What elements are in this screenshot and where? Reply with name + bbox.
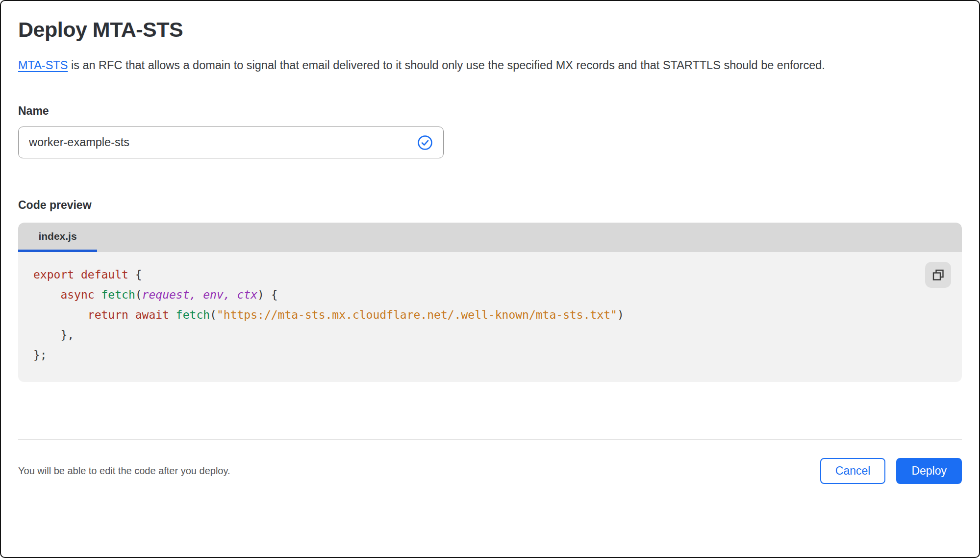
footer: You will be able to edit the code after … [18, 440, 962, 502]
footer-note: You will be able to edit the code after … [18, 465, 230, 477]
name-input-wrap [18, 127, 444, 158]
name-input[interactable] [18, 127, 444, 158]
tab-index-js[interactable]: index.js [18, 223, 97, 252]
code-tabbar: index.js [18, 223, 962, 252]
code-lines: export default { async fetch(request, en… [33, 265, 923, 365]
copy-icon [932, 269, 945, 281]
code-line: async fetch(request, env, ctx) { [33, 285, 923, 305]
cancel-button[interactable]: Cancel [820, 458, 886, 484]
code-line: }, [33, 325, 923, 345]
code-line: export default { [33, 265, 923, 285]
code-preview-label: Code preview [18, 199, 962, 212]
deploy-mta-sts-page: Deploy MTA-STS MTA-STS is an RFC that al… [0, 0, 980, 382]
code-line: }; [33, 345, 923, 365]
check-circle-icon [417, 135, 433, 151]
code-line: return await fetch("https://mta-sts.mx.c… [33, 305, 923, 325]
copy-code-button[interactable] [925, 262, 951, 288]
page-title: Deploy MTA-STS [18, 18, 962, 42]
mta-sts-link[interactable]: MTA-STS [18, 59, 68, 72]
code-editor: export default { async fetch(request, en… [18, 252, 962, 382]
deploy-button[interactable]: Deploy [896, 458, 962, 484]
description-body: is an RFC that allows a domain to signal… [68, 59, 825, 72]
description-text: MTA-STS is an RFC that allows a domain t… [18, 56, 940, 74]
code-preview-block: index.js export default { async fetch(re… [18, 223, 962, 382]
name-label: Name [18, 104, 962, 118]
tab-index-js-label: index.js [38, 230, 76, 242]
footer-actions: Cancel Deploy [820, 458, 962, 484]
